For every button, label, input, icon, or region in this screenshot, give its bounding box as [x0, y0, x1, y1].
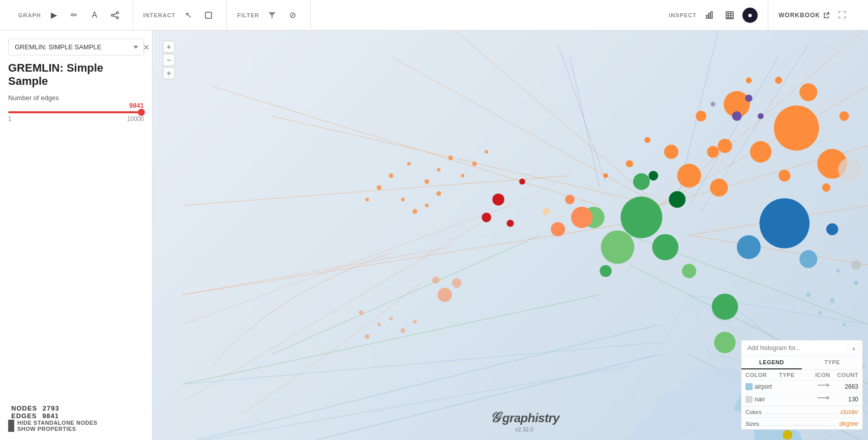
fullscreen-btn[interactable]: ⛶ [834, 8, 850, 23]
hide-standalone-row[interactable]: HIDE STANDALONE NODES [8, 420, 144, 426]
svg-point-66 [774, 105, 819, 150]
airport-count: 2663 [833, 383, 858, 390]
svg-point-122 [401, 198, 405, 201]
hide-standalone-checkbox[interactable] [8, 420, 14, 426]
sizes-row: Sizes degree [741, 418, 862, 429]
svg-point-89 [712, 294, 738, 320]
svg-line-47 [183, 247, 451, 295]
svg-line-3 [113, 13, 116, 15]
legend-row-nan: nan 130 [741, 393, 862, 406]
airport-color-swatch [745, 383, 753, 390]
svg-point-1 [111, 14, 113, 16]
show-properties-checkbox[interactable] [8, 426, 14, 432]
svg-point-127 [819, 311, 822, 315]
sidebar-header: ✕ GREMLIN: SIMPLE SAMPLE [8, 39, 144, 55]
watermark-area: 𝒢 graphistry v2.32.0 [489, 410, 559, 432]
zoom-in-btn[interactable]: + [163, 41, 175, 53]
airport-icon-shape [818, 385, 828, 389]
icon-col-header: Icon [813, 372, 833, 378]
graph-share-btn[interactable] [107, 8, 123, 23]
svg-point-80 [799, 250, 817, 268]
type-col-header: type [779, 372, 813, 378]
svg-point-76 [696, 111, 706, 121]
colors-value: cluster [841, 408, 858, 416]
graph-area[interactable]: + − ✛ [153, 30, 868, 440]
svg-point-97 [603, 173, 608, 178]
svg-rect-5 [205, 12, 212, 18]
filter-section: FILTER ⊘ [227, 0, 311, 30]
workbook-label: WORKBOOK [779, 12, 820, 19]
svg-point-142 [365, 334, 369, 339]
slider-max: 10000 [127, 115, 144, 122]
svg-point-117 [461, 174, 464, 177]
svg-line-28 [391, 56, 660, 205]
show-properties-row[interactable]: SHOW PROPERTIES [8, 426, 144, 432]
inspect-table-btn[interactable] [722, 8, 737, 23]
nan-count: 130 [833, 396, 858, 403]
svg-rect-7 [706, 15, 708, 18]
svg-point-98 [571, 207, 592, 228]
svg-point-125 [436, 191, 441, 196]
slider-track [8, 111, 144, 113]
select-btn[interactable] [201, 8, 216, 23]
svg-line-51 [183, 342, 660, 384]
workbook-section: WORKBOOK ⛶ [768, 0, 860, 30]
graph-selector[interactable]: GREMLIN: SIMPLE SAMPLE [8, 39, 144, 55]
svg-point-126 [806, 293, 811, 297]
svg-line-45 [183, 205, 511, 325]
slider-range: 1 10000 [8, 115, 144, 122]
svg-point-102 [492, 194, 504, 205]
svg-point-88 [600, 265, 611, 277]
main-area: ✕ GREMLIN: SIMPLE SAMPLE GREMLIN: Simple… [0, 30, 868, 440]
inspect-label: INSPECT [669, 12, 697, 18]
legend-tab[interactable]: LEGEND [741, 356, 802, 369]
svg-point-131 [836, 269, 840, 273]
svg-point-137 [437, 288, 452, 302]
graph-text-btn[interactable]: A [87, 8, 102, 23]
graph-stats: NODES 2793 EDGES 9841 HIDE STANDALONE NO… [8, 404, 144, 432]
cursor-btn[interactable]: ↖ [181, 8, 196, 23]
type-tab[interactable]: TYPE [802, 356, 862, 369]
svg-line-44 [183, 355, 660, 441]
edges-stat-value: 9841 [42, 412, 59, 420]
svg-point-83 [601, 231, 635, 264]
svg-rect-8 [709, 13, 710, 18]
svg-point-146 [783, 430, 792, 439]
svg-point-96 [644, 137, 650, 143]
filter-label: FILTER [237, 12, 259, 18]
filter-btn[interactable] [264, 8, 280, 23]
close-btn[interactable]: ✕ [143, 43, 149, 52]
graph-play-btn[interactable]: ▶ [46, 8, 62, 23]
svg-point-109 [745, 95, 752, 102]
svg-point-123 [412, 209, 417, 213]
slider-thumb[interactable] [138, 109, 145, 116]
graph-edit-btn[interactable]: ✏ [67, 8, 82, 23]
svg-line-21 [630, 342, 660, 402]
svg-point-103 [482, 212, 491, 222]
inspect-chart-btn[interactable] [702, 8, 717, 23]
colors-row: Colors cluster [741, 406, 862, 418]
svg-point-71 [718, 139, 732, 153]
svg-point-86 [633, 173, 650, 190]
svg-point-77 [746, 77, 752, 83]
svg-point-94 [707, 146, 719, 158]
svg-point-0 [116, 12, 118, 14]
nan-icon-shape [818, 397, 828, 401]
filter-clear-btn[interactable]: ⊘ [285, 8, 300, 23]
svg-point-145 [413, 320, 416, 323]
inspect-circle-btn[interactable]: ● [742, 8, 758, 23]
svg-line-57 [558, 45, 606, 182]
svg-point-118 [472, 162, 476, 166]
edges-stat: EDGES 9841 [8, 412, 144, 420]
svg-point-108 [732, 111, 742, 121]
svg-line-46 [183, 224, 481, 402]
workbook-btn[interactable]: WORKBOOK [779, 12, 829, 19]
svg-point-116 [448, 155, 453, 160]
zoom-out-btn[interactable]: − [163, 54, 175, 66]
histogram-bar: ▲ [741, 340, 862, 356]
zoom-fit-btn[interactable]: ✛ [163, 67, 175, 79]
svg-point-136 [851, 260, 861, 270]
histogram-input[interactable] [747, 344, 847, 352]
svg-point-93 [664, 145, 678, 159]
svg-point-68 [750, 141, 771, 163]
